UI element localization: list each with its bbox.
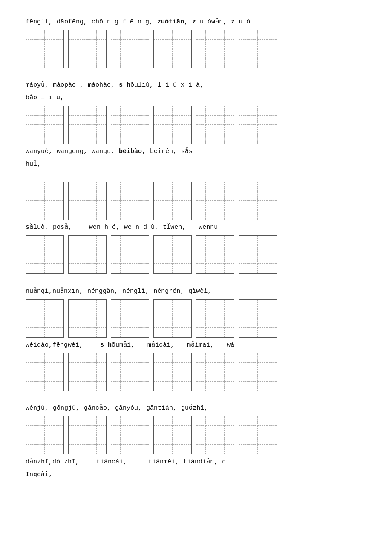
label: s hōumǎi, bbox=[100, 340, 135, 350]
label: tǐwēn, bbox=[163, 223, 186, 233]
label: wē n d ù, bbox=[124, 223, 159, 233]
section-3: sǎluò, pōsǎ, wēn h é, wē n d ù, tǐwēn, w… bbox=[26, 182, 366, 274]
label: Ingcài, bbox=[26, 470, 52, 480]
label: wānqū, bbox=[92, 147, 115, 157]
label: pōsǎ, bbox=[53, 223, 72, 233]
char-grid bbox=[111, 235, 149, 274]
label: chō n g f ē n g, bbox=[92, 17, 153, 27]
char-grid bbox=[196, 30, 234, 68]
label-row-2c: wānyuè, wāngōng, wānqū, bēibào, bēirén, … bbox=[26, 147, 366, 157]
label: tiánměi, bbox=[148, 457, 179, 467]
char-grid bbox=[196, 353, 234, 391]
char-grid bbox=[196, 235, 234, 274]
label: q bbox=[222, 457, 226, 467]
label: fēnglì, bbox=[26, 17, 52, 27]
char-grid bbox=[239, 30, 277, 68]
label: wānyuè, bbox=[26, 147, 52, 157]
label: dāofēng, bbox=[57, 17, 87, 27]
section-2: màoyǔ, màopào , màohào, s hōuliú, l i ú … bbox=[26, 80, 366, 170]
label: gōngjù, bbox=[53, 403, 80, 413]
label: z u ówǎn, bbox=[192, 17, 227, 27]
grid-row-3b bbox=[26, 235, 366, 274]
section-1: fēnglì, dāofēng, chō n g f ē n g, zuótiā… bbox=[26, 17, 366, 68]
char-grid bbox=[239, 299, 277, 338]
grid-row-4a bbox=[26, 299, 366, 338]
label: mǎimai, bbox=[187, 340, 214, 350]
label: wèidào,fēngwèi, bbox=[26, 340, 83, 350]
char-grid bbox=[239, 235, 277, 274]
grid-row-4b bbox=[26, 353, 366, 391]
label: gāncǎo, bbox=[84, 403, 111, 413]
label-row-2d: huǐ, bbox=[26, 159, 366, 170]
char-grid bbox=[68, 182, 107, 220]
label-row-4b: wèidào,fēngwèi, s hōumǎi, mǎicài, mǎimai… bbox=[26, 340, 366, 350]
label: l i ú x i à, bbox=[158, 80, 204, 90]
label: màoyǔ, bbox=[26, 80, 49, 90]
label-row-5c: Ingcài, bbox=[26, 470, 366, 480]
label: néngrén, bbox=[153, 286, 184, 297]
char-grid bbox=[196, 106, 234, 144]
label: s hōuliú, bbox=[119, 80, 153, 90]
char-grid bbox=[111, 182, 149, 220]
char-grid bbox=[111, 299, 149, 338]
label: màopào , bbox=[53, 80, 84, 90]
char-grid bbox=[153, 416, 192, 454]
label: wāngōng, bbox=[57, 147, 87, 157]
char-grid bbox=[153, 106, 192, 144]
char-grid bbox=[68, 353, 107, 391]
char-grid bbox=[239, 353, 277, 391]
label: mǎicài, bbox=[147, 340, 174, 350]
char-grid bbox=[153, 353, 192, 391]
char-grid bbox=[196, 416, 234, 454]
label: guǒzhī, bbox=[181, 403, 208, 413]
label: màohào, bbox=[88, 80, 115, 90]
char-grid bbox=[26, 416, 64, 454]
grid-row-3a bbox=[26, 182, 366, 220]
label: gāntián, bbox=[146, 403, 177, 413]
char-grid bbox=[153, 299, 192, 338]
label: gānyóu, bbox=[115, 403, 142, 413]
char-grid bbox=[196, 299, 234, 338]
char-grid bbox=[111, 30, 149, 68]
label: bēirén, bbox=[150, 147, 177, 157]
char-grid bbox=[196, 182, 234, 220]
label: z u ó bbox=[231, 17, 250, 27]
label: bēibào, bbox=[119, 147, 146, 157]
char-grid bbox=[153, 30, 192, 68]
label: qìwèi, bbox=[188, 286, 211, 297]
char-grid bbox=[26, 235, 64, 274]
grid-row-1 bbox=[26, 30, 366, 68]
label-row-2a: màoyǔ, màopào , màohào, s hōuliú, l i ú … bbox=[26, 80, 366, 90]
label: bǎo l i ú, bbox=[26, 93, 64, 103]
label: sǎluò, bbox=[26, 223, 49, 233]
label-row-5b: dǎnzhī,dòuzhī, tiáncài, tiánměi, tiándiǎ… bbox=[26, 457, 366, 467]
label: huǐ, bbox=[26, 159, 41, 170]
label: dǎnzhī,dòuzhī, bbox=[26, 457, 79, 467]
section-5: wénjù, gōngjù, gāncǎo, gānyóu, gāntián, … bbox=[26, 403, 366, 480]
page-content: fēnglì, dāofēng, chō n g f ē n g, zuótiā… bbox=[26, 17, 366, 480]
label: nuǎnqì,nuǎnxīn, bbox=[26, 286, 83, 297]
grid-row-2 bbox=[26, 106, 366, 144]
label: wénjù, bbox=[26, 403, 49, 413]
section-4: nuǎnqì,nuǎnxīn, nénggàn, nénglì, néngrén… bbox=[26, 286, 366, 391]
label: wēnnu bbox=[199, 223, 218, 233]
label: tiáncài, bbox=[96, 457, 127, 467]
char-grid bbox=[153, 235, 192, 274]
label: tiándiǎn, bbox=[183, 457, 218, 467]
char-grid bbox=[68, 235, 107, 274]
char-grid bbox=[111, 416, 149, 454]
char-grid bbox=[26, 353, 64, 391]
char-grid bbox=[68, 30, 107, 68]
char-grid bbox=[239, 416, 277, 454]
label: wá bbox=[227, 340, 234, 350]
char-grid bbox=[68, 299, 107, 338]
char-grid bbox=[239, 182, 277, 220]
char-grid bbox=[68, 416, 107, 454]
char-grid bbox=[26, 299, 64, 338]
char-grid bbox=[153, 182, 192, 220]
label-row-5a: wénjù, gōngjù, gāncǎo, gānyóu, gāntián, … bbox=[26, 403, 366, 413]
char-grid bbox=[26, 182, 64, 220]
label-row-1: fēnglì, dāofēng, chō n g f ē n g, zuótiā… bbox=[26, 17, 366, 27]
label: sǎs bbox=[181, 147, 193, 157]
grid-row-5a bbox=[26, 416, 366, 454]
